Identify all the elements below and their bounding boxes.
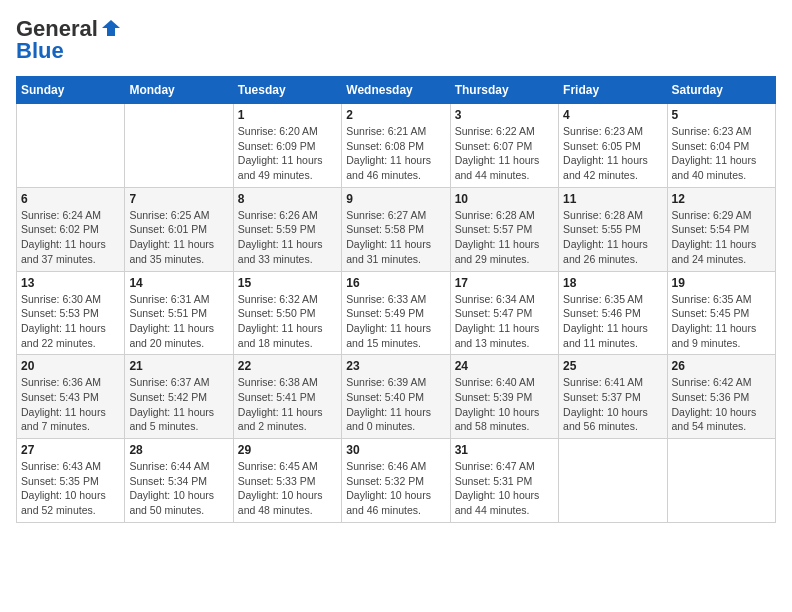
calendar-cell: 16Sunrise: 6:33 AM Sunset: 5:49 PM Dayli… bbox=[342, 271, 450, 355]
calendar-cell: 29Sunrise: 6:45 AM Sunset: 5:33 PM Dayli… bbox=[233, 439, 341, 523]
logo: General Blue bbox=[16, 16, 122, 64]
day-info: Sunrise: 6:25 AM Sunset: 6:01 PM Dayligh… bbox=[129, 208, 228, 267]
calendar-cell: 17Sunrise: 6:34 AM Sunset: 5:47 PM Dayli… bbox=[450, 271, 558, 355]
day-of-week-header: Wednesday bbox=[342, 77, 450, 104]
calendar-table: SundayMondayTuesdayWednesdayThursdayFrid… bbox=[16, 76, 776, 523]
day-info: Sunrise: 6:43 AM Sunset: 5:35 PM Dayligh… bbox=[21, 459, 120, 518]
calendar-cell: 14Sunrise: 6:31 AM Sunset: 5:51 PM Dayli… bbox=[125, 271, 233, 355]
day-info: Sunrise: 6:29 AM Sunset: 5:54 PM Dayligh… bbox=[672, 208, 771, 267]
calendar-cell: 5Sunrise: 6:23 AM Sunset: 6:04 PM Daylig… bbox=[667, 104, 775, 188]
calendar-week-row: 1Sunrise: 6:20 AM Sunset: 6:09 PM Daylig… bbox=[17, 104, 776, 188]
day-number: 9 bbox=[346, 192, 445, 206]
day-number: 20 bbox=[21, 359, 120, 373]
day-number: 6 bbox=[21, 192, 120, 206]
day-number: 11 bbox=[563, 192, 662, 206]
day-number: 7 bbox=[129, 192, 228, 206]
day-info: Sunrise: 6:40 AM Sunset: 5:39 PM Dayligh… bbox=[455, 375, 554, 434]
day-info: Sunrise: 6:47 AM Sunset: 5:31 PM Dayligh… bbox=[455, 459, 554, 518]
day-of-week-header: Friday bbox=[559, 77, 667, 104]
calendar-header-row: SundayMondayTuesdayWednesdayThursdayFrid… bbox=[17, 77, 776, 104]
day-number: 24 bbox=[455, 359, 554, 373]
day-info: Sunrise: 6:27 AM Sunset: 5:58 PM Dayligh… bbox=[346, 208, 445, 267]
day-number: 16 bbox=[346, 276, 445, 290]
calendar-cell: 19Sunrise: 6:35 AM Sunset: 5:45 PM Dayli… bbox=[667, 271, 775, 355]
day-number: 17 bbox=[455, 276, 554, 290]
day-of-week-header: Tuesday bbox=[233, 77, 341, 104]
day-number: 4 bbox=[563, 108, 662, 122]
calendar-cell: 25Sunrise: 6:41 AM Sunset: 5:37 PM Dayli… bbox=[559, 355, 667, 439]
calendar-cell: 6Sunrise: 6:24 AM Sunset: 6:02 PM Daylig… bbox=[17, 187, 125, 271]
day-info: Sunrise: 6:42 AM Sunset: 5:36 PM Dayligh… bbox=[672, 375, 771, 434]
day-info: Sunrise: 6:39 AM Sunset: 5:40 PM Dayligh… bbox=[346, 375, 445, 434]
day-info: Sunrise: 6:36 AM Sunset: 5:43 PM Dayligh… bbox=[21, 375, 120, 434]
calendar-cell: 12Sunrise: 6:29 AM Sunset: 5:54 PM Dayli… bbox=[667, 187, 775, 271]
calendar-week-row: 20Sunrise: 6:36 AM Sunset: 5:43 PM Dayli… bbox=[17, 355, 776, 439]
day-number: 25 bbox=[563, 359, 662, 373]
calendar-week-row: 27Sunrise: 6:43 AM Sunset: 5:35 PM Dayli… bbox=[17, 439, 776, 523]
day-number: 29 bbox=[238, 443, 337, 457]
day-info: Sunrise: 6:41 AM Sunset: 5:37 PM Dayligh… bbox=[563, 375, 662, 434]
calendar-cell: 7Sunrise: 6:25 AM Sunset: 6:01 PM Daylig… bbox=[125, 187, 233, 271]
calendar-cell: 18Sunrise: 6:35 AM Sunset: 5:46 PM Dayli… bbox=[559, 271, 667, 355]
calendar-cell: 2Sunrise: 6:21 AM Sunset: 6:08 PM Daylig… bbox=[342, 104, 450, 188]
day-info: Sunrise: 6:26 AM Sunset: 5:59 PM Dayligh… bbox=[238, 208, 337, 267]
day-info: Sunrise: 6:23 AM Sunset: 6:04 PM Dayligh… bbox=[672, 124, 771, 183]
day-info: Sunrise: 6:21 AM Sunset: 6:08 PM Dayligh… bbox=[346, 124, 445, 183]
day-number: 5 bbox=[672, 108, 771, 122]
day-info: Sunrise: 6:32 AM Sunset: 5:50 PM Dayligh… bbox=[238, 292, 337, 351]
day-info: Sunrise: 6:35 AM Sunset: 5:45 PM Dayligh… bbox=[672, 292, 771, 351]
page-header: General Blue bbox=[16, 16, 776, 64]
calendar-week-row: 13Sunrise: 6:30 AM Sunset: 5:53 PM Dayli… bbox=[17, 271, 776, 355]
day-number: 3 bbox=[455, 108, 554, 122]
logo-bird-icon bbox=[100, 18, 122, 40]
day-number: 31 bbox=[455, 443, 554, 457]
day-number: 1 bbox=[238, 108, 337, 122]
day-number: 23 bbox=[346, 359, 445, 373]
day-number: 15 bbox=[238, 276, 337, 290]
calendar-cell: 26Sunrise: 6:42 AM Sunset: 5:36 PM Dayli… bbox=[667, 355, 775, 439]
day-info: Sunrise: 6:31 AM Sunset: 5:51 PM Dayligh… bbox=[129, 292, 228, 351]
day-info: Sunrise: 6:28 AM Sunset: 5:55 PM Dayligh… bbox=[563, 208, 662, 267]
day-number: 22 bbox=[238, 359, 337, 373]
day-number: 12 bbox=[672, 192, 771, 206]
day-info: Sunrise: 6:23 AM Sunset: 6:05 PM Dayligh… bbox=[563, 124, 662, 183]
calendar-cell: 23Sunrise: 6:39 AM Sunset: 5:40 PM Dayli… bbox=[342, 355, 450, 439]
calendar-cell bbox=[125, 104, 233, 188]
calendar-cell: 8Sunrise: 6:26 AM Sunset: 5:59 PM Daylig… bbox=[233, 187, 341, 271]
day-info: Sunrise: 6:45 AM Sunset: 5:33 PM Dayligh… bbox=[238, 459, 337, 518]
day-number: 26 bbox=[672, 359, 771, 373]
day-info: Sunrise: 6:37 AM Sunset: 5:42 PM Dayligh… bbox=[129, 375, 228, 434]
calendar-cell: 24Sunrise: 6:40 AM Sunset: 5:39 PM Dayli… bbox=[450, 355, 558, 439]
day-number: 13 bbox=[21, 276, 120, 290]
day-number: 19 bbox=[672, 276, 771, 290]
day-number: 28 bbox=[129, 443, 228, 457]
day-info: Sunrise: 6:38 AM Sunset: 5:41 PM Dayligh… bbox=[238, 375, 337, 434]
day-number: 27 bbox=[21, 443, 120, 457]
calendar-cell: 4Sunrise: 6:23 AM Sunset: 6:05 PM Daylig… bbox=[559, 104, 667, 188]
calendar-cell: 13Sunrise: 6:30 AM Sunset: 5:53 PM Dayli… bbox=[17, 271, 125, 355]
calendar-week-row: 6Sunrise: 6:24 AM Sunset: 6:02 PM Daylig… bbox=[17, 187, 776, 271]
day-info: Sunrise: 6:28 AM Sunset: 5:57 PM Dayligh… bbox=[455, 208, 554, 267]
logo-blue-text: Blue bbox=[16, 38, 64, 64]
day-number: 18 bbox=[563, 276, 662, 290]
calendar-cell: 31Sunrise: 6:47 AM Sunset: 5:31 PM Dayli… bbox=[450, 439, 558, 523]
day-info: Sunrise: 6:35 AM Sunset: 5:46 PM Dayligh… bbox=[563, 292, 662, 351]
day-info: Sunrise: 6:33 AM Sunset: 5:49 PM Dayligh… bbox=[346, 292, 445, 351]
day-of-week-header: Saturday bbox=[667, 77, 775, 104]
day-info: Sunrise: 6:30 AM Sunset: 5:53 PM Dayligh… bbox=[21, 292, 120, 351]
calendar-cell: 27Sunrise: 6:43 AM Sunset: 5:35 PM Dayli… bbox=[17, 439, 125, 523]
calendar-cell: 22Sunrise: 6:38 AM Sunset: 5:41 PM Dayli… bbox=[233, 355, 341, 439]
svg-marker-0 bbox=[102, 20, 120, 36]
calendar-cell bbox=[17, 104, 125, 188]
day-of-week-header: Sunday bbox=[17, 77, 125, 104]
day-of-week-header: Thursday bbox=[450, 77, 558, 104]
calendar-cell: 20Sunrise: 6:36 AM Sunset: 5:43 PM Dayli… bbox=[17, 355, 125, 439]
day-info: Sunrise: 6:20 AM Sunset: 6:09 PM Dayligh… bbox=[238, 124, 337, 183]
calendar-cell: 30Sunrise: 6:46 AM Sunset: 5:32 PM Dayli… bbox=[342, 439, 450, 523]
day-info: Sunrise: 6:22 AM Sunset: 6:07 PM Dayligh… bbox=[455, 124, 554, 183]
day-of-week-header: Monday bbox=[125, 77, 233, 104]
day-number: 30 bbox=[346, 443, 445, 457]
calendar-cell bbox=[667, 439, 775, 523]
day-number: 21 bbox=[129, 359, 228, 373]
calendar-cell: 1Sunrise: 6:20 AM Sunset: 6:09 PM Daylig… bbox=[233, 104, 341, 188]
